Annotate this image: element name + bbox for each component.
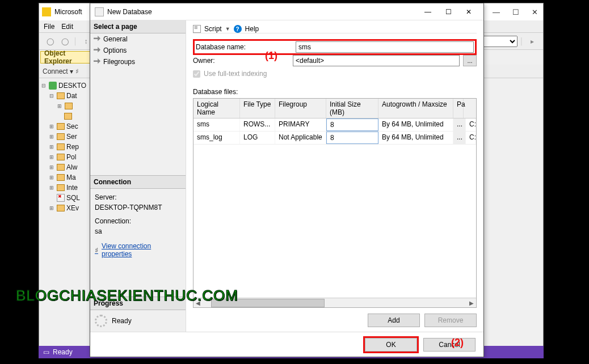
- dialog-icon: [95, 7, 104, 16]
- wrench-icon: [94, 58, 100, 65]
- remove-button: Remove: [424, 314, 477, 327]
- grid-row[interactable]: sms_log LOG Not Applicable 8 By 64 MB, U…: [193, 132, 476, 145]
- grid-header-filegroup[interactable]: Filegroup: [275, 99, 326, 118]
- menu-edit[interactable]: Edit: [61, 23, 73, 31]
- server-label: Server:: [95, 192, 181, 202]
- dialog-titlebar: New Database — ☐ ✕: [90, 3, 483, 20]
- fulltext-label: Use full-text indexing: [204, 70, 267, 78]
- ok-button[interactable]: OK: [365, 338, 417, 352]
- folder-icon: [57, 164, 65, 171]
- database-files-grid[interactable]: Logical Name File Type Filegroup Initial…: [193, 98, 477, 308]
- connect-dropdown[interactable]: Connect ▾: [43, 67, 73, 75]
- add-button[interactable]: Add: [368, 314, 420, 327]
- connection-header: Connection: [90, 175, 186, 189]
- owner-row: Owner: ...: [193, 55, 477, 66]
- autogrowth-ellipsis-button[interactable]: ...: [453, 118, 466, 131]
- grid-header-logicalname[interactable]: Logical Name: [193, 99, 240, 118]
- connect-icon[interactable]: ♯: [75, 67, 79, 75]
- annotation-1: (1): [265, 50, 277, 62]
- folder-icon: [57, 123, 65, 130]
- close-button[interactable]: ✕: [529, 7, 540, 18]
- grid-header-path[interactable]: Pa: [453, 99, 464, 118]
- database-files-label: Database files:: [193, 88, 477, 96]
- owner-browse-button[interactable]: ...: [463, 55, 477, 66]
- script-button[interactable]: Script: [204, 25, 222, 33]
- nav-back-button[interactable]: ◯: [44, 35, 56, 48]
- grid-row[interactable]: sms ROWS... PRIMARY 8 By 64 MB, Unlimite…: [193, 118, 476, 132]
- dialog-minimize-button[interactable]: —: [418, 4, 438, 20]
- help-button[interactable]: Help: [245, 25, 259, 33]
- dbname-label: Database name:: [196, 43, 292, 51]
- dialog-content: Script ▼ ? Help Database name: Owner: ..…: [186, 20, 483, 332]
- folder-icon: [57, 174, 65, 181]
- status-text: Ready: [53, 348, 73, 356]
- scroll-right-icon[interactable]: ▶: [467, 300, 476, 306]
- folder-icon: [57, 143, 65, 150]
- server-icon: [49, 82, 57, 90]
- script-icon: [193, 25, 201, 33]
- object-explorer-header: Object Explorer: [40, 51, 95, 64]
- folder-icon: [57, 154, 65, 160]
- grid-header-initialsize[interactable]: Initial Size (MB): [326, 99, 378, 118]
- folder-icon: [57, 133, 65, 140]
- annotation-2: (2): [451, 337, 464, 349]
- progress-status: Ready: [112, 317, 132, 325]
- folder-icon: [65, 103, 73, 109]
- dialog-footer: OK Cancel: [90, 332, 483, 357]
- nav-forward-button[interactable]: ◯: [58, 35, 71, 48]
- status-icon: ▭: [43, 348, 49, 356]
- grid-header-filetype[interactable]: File Type: [240, 99, 275, 118]
- folder-icon: [57, 205, 65, 211]
- grid-header-autogrowth[interactable]: Autogrowth / Maxsize: [378, 99, 453, 118]
- wrench-icon: [94, 47, 100, 54]
- watermark: BLOGCHIASEKIENTHUC.COM: [16, 287, 238, 304]
- dialog-title: New Database: [107, 8, 418, 16]
- connection-label: Connection:: [95, 216, 181, 226]
- sidebar-page-options[interactable]: Options: [90, 45, 186, 56]
- folder-icon: [64, 113, 72, 120]
- ssms-icon: [42, 7, 51, 16]
- dbname-row: Database name:: [193, 39, 477, 55]
- progress-spinner-icon: [95, 315, 107, 327]
- owner-input[interactable]: [293, 55, 460, 66]
- wrench-icon: [94, 36, 100, 43]
- menu-file[interactable]: File: [44, 23, 54, 31]
- dialog-close-button[interactable]: ✕: [458, 4, 479, 20]
- connection-value: sa: [95, 226, 181, 236]
- sql-agent-icon: [57, 194, 65, 202]
- dbname-input[interactable]: [296, 41, 474, 53]
- toolbar-btn[interactable]: ▸: [526, 35, 538, 48]
- help-icon: ?: [234, 25, 242, 33]
- minimize-button[interactable]: —: [490, 7, 502, 18]
- fulltext-checkbox: [193, 70, 200, 78]
- toolbar-select[interactable]: [483, 36, 518, 47]
- script-dropdown[interactable]: ▼: [225, 26, 230, 32]
- folder-icon: [57, 92, 65, 99]
- server-value: DESKTOP-TQPNM8T: [95, 202, 181, 213]
- autogrowth-ellipsis-button[interactable]: ...: [453, 132, 466, 144]
- maximize-button[interactable]: ☐: [510, 7, 521, 18]
- select-page-header: Select a page: [90, 20, 186, 33]
- sidebar-page-general[interactable]: General: [90, 33, 186, 45]
- dialog-maximize-button[interactable]: ☐: [438, 4, 458, 20]
- sidebar-page-filegroups[interactable]: Filegroups: [90, 56, 186, 67]
- view-connection-properties-link[interactable]: ♯View connection properties: [90, 240, 186, 260]
- dialog-sidebar: Select a page General Options Filegroups…: [90, 20, 186, 332]
- cancel-button[interactable]: Cancel: [423, 338, 476, 352]
- plug-icon: ♯: [95, 246, 98, 255]
- folder-icon: [57, 184, 65, 191]
